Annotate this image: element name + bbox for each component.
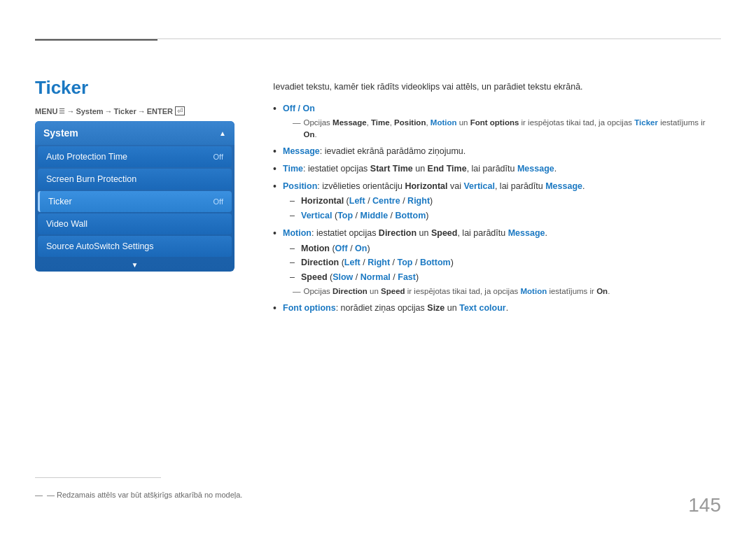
label-message: Message xyxy=(283,146,320,156)
sidebar-item-screen-burn-label: Screen Burn Protection xyxy=(46,174,136,184)
menu-arrow-up-icon: ▲ xyxy=(219,129,226,137)
sidebar-item-source-autoswitch-label: Source AutoSwitch Settings xyxy=(46,241,154,251)
footer-note-text: ― Redzamais attēls var būt atšķirīgs atk… xyxy=(47,491,242,499)
sidebar-item-video-wall[interactable]: Video Wall xyxy=(38,213,232,234)
breadcrumb: MENU ☰ → System → Ticker → ENTER ⏎ xyxy=(35,106,185,115)
content-area: Ievadiet tekstu, kamēr tiek rādīts video… xyxy=(273,80,721,319)
motion-sub-direction: Direction (Left / Right / Top / Bottom) xyxy=(290,256,721,269)
position-sub-vertical: Vertical (Top / Middle / Bottom) xyxy=(290,209,721,223)
sidebar-item-ticker-value: Off xyxy=(214,197,223,206)
footer-divider-line xyxy=(35,477,161,478)
footer-note: ― ― Redzamais attēls var būt atšķirīgs a… xyxy=(35,491,242,499)
label-motion: Motion xyxy=(283,228,312,238)
note-off-on: ― Opcijas Message, Time, Position, Motio… xyxy=(283,117,721,141)
intro-text: Ievadiet tekstu, kamēr tiek rādīts video… xyxy=(273,80,721,94)
sidebar-item-screen-burn[interactable]: Screen Burn Protection xyxy=(38,169,232,190)
position-sublist: Horizontal (Left / Centre / Right) Verti… xyxy=(290,195,721,223)
breadcrumb-arrow3: → xyxy=(138,107,146,115)
text-font-options: : norādiet ziņas opcijas Size un Text co… xyxy=(336,303,508,313)
note-motion-dash: ― xyxy=(293,286,301,297)
bullet-position: Position: izvēlieties orientāciju Horizo… xyxy=(273,180,721,223)
breadcrumb-menu: MENU xyxy=(35,107,57,115)
note-motion: ― Opcijas Direction un Speed ir iespējot… xyxy=(283,286,721,297)
enter-icon: ⏎ xyxy=(175,106,185,115)
position-sub-horizontal: Horizontal (Left / Centre / Right) xyxy=(290,195,721,208)
system-menu-title: System xyxy=(43,127,78,139)
breadcrumb-system: System xyxy=(76,107,103,115)
menu-arrow-down-icon: ▼ xyxy=(35,258,234,272)
bullet-font-options: Font options: norādiet ziņas opcijas Siz… xyxy=(273,302,721,315)
text-motion: : iestatiet opcijas Direction un Speed, … xyxy=(312,228,547,238)
bullet-time: Time: iestatiet opcijas Start Time un En… xyxy=(273,162,721,176)
sidebar-item-ticker[interactable]: Ticker Off xyxy=(38,191,232,212)
bullet-list: Off / On ― Opcijas Message, Time, Positi… xyxy=(273,102,721,315)
sidebar-item-auto-protection-value: Off xyxy=(214,153,223,161)
sidebar-item-ticker-label: Ticker xyxy=(48,197,72,206)
system-menu-header: System ▲ xyxy=(35,121,234,145)
page-container: Ticker MENU ☰ → System → Ticker → ENTER … xyxy=(0,0,756,534)
note-dash-symbol: ― xyxy=(293,117,301,129)
breadcrumb-enter: ENTER xyxy=(147,107,173,115)
page-number: 145 xyxy=(688,494,721,517)
note-off-on-text: Opcijas Message, Time, Position, Motion … xyxy=(304,117,722,141)
breadcrumb-arrow2: → xyxy=(105,107,113,115)
text-position: : izvēlieties orientāciju Horizontal vai… xyxy=(317,181,584,191)
bullet-message: Message: ievadiet ekrānā parādāmo ziņoju… xyxy=(273,145,721,158)
note-motion-text: Opcijas Direction un Speed ir iespējotas… xyxy=(304,286,610,297)
motion-sub-speed: Speed (Slow / Normal / Fast) xyxy=(290,271,721,284)
sidebar-item-auto-protection[interactable]: Auto Protection Time Off xyxy=(38,146,232,167)
breadcrumb-arrow1: → xyxy=(66,107,74,115)
breadcrumb-ticker: Ticker xyxy=(114,107,136,115)
system-menu: System ▲ Auto Protection Time Off Screen… xyxy=(35,121,234,272)
text-message: : ievadiet ekrānā parādāmo ziņojumu. xyxy=(320,146,465,156)
motion-sub-motion: Motion (Off / On) xyxy=(290,242,721,255)
sidebar-item-auto-protection-label: Auto Protection Time xyxy=(46,152,127,162)
bullet-off-on: Off / On ― Opcijas Message, Time, Positi… xyxy=(273,102,721,141)
bullet-motion: Motion: iestatiet opcijas Direction un S… xyxy=(273,227,721,297)
text-time: : iestatiet opcijas Start Time un End Ti… xyxy=(303,164,556,174)
label-font-options: Font options xyxy=(283,303,336,313)
breadcrumb-menu-icon: ☰ xyxy=(59,107,65,115)
label-time: Time xyxy=(283,164,303,174)
label-off-on: Off / On xyxy=(283,104,315,113)
label-position: Position xyxy=(283,181,317,191)
footer-dash: ― xyxy=(35,491,43,499)
sidebar-item-source-autoswitch[interactable]: Source AutoSwitch Settings xyxy=(38,236,232,257)
motion-sublist: Motion (Off / On) Direction (Left / Righ… xyxy=(290,242,721,284)
sidebar-item-video-wall-label: Video Wall xyxy=(46,219,88,229)
